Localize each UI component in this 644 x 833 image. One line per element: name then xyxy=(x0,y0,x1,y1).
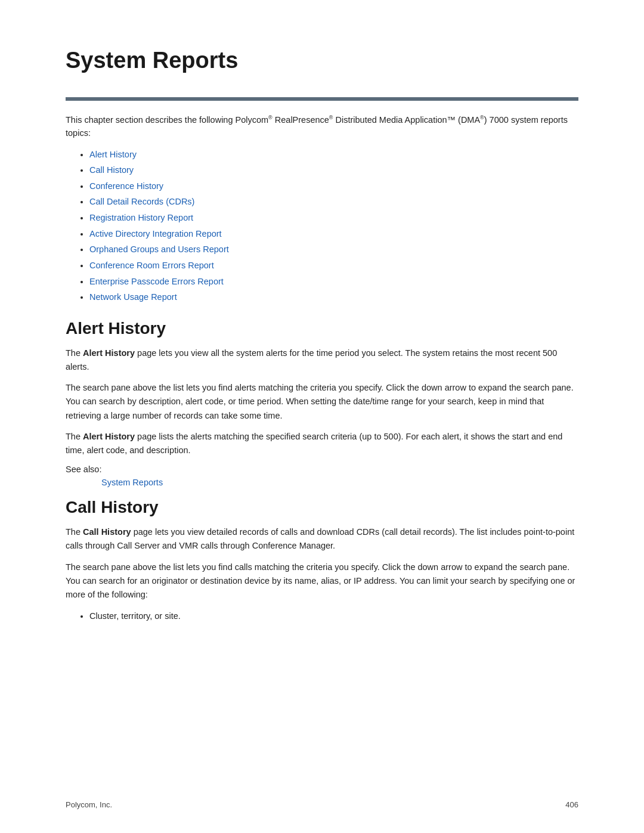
list-item: Call Detail Records (CDRs) xyxy=(89,194,578,209)
footer-page-number: 406 xyxy=(565,800,578,809)
toc-link-orphaned-groups[interactable]: Orphaned Groups and Users Report xyxy=(89,244,229,254)
toc-link-call-history[interactable]: Call History xyxy=(89,165,134,175)
alert-history-para-2: The search pane above the list lets you … xyxy=(66,381,578,423)
toc-link-alert-history[interactable]: Alert History xyxy=(89,150,137,159)
list-item: Alert History xyxy=(89,147,578,162)
see-also-label: See also: xyxy=(66,465,578,474)
list-item: Enterprise Passcode Errors Report xyxy=(89,274,578,289)
page-title: System Reports xyxy=(66,48,578,73)
list-item: Call History xyxy=(89,163,578,178)
list-item: Network Usage Report xyxy=(89,290,578,305)
section-title-call-history: Call History xyxy=(66,498,578,517)
footer-company: Polycom, Inc. xyxy=(66,800,112,809)
see-also-system-reports-link[interactable]: System Reports xyxy=(101,478,578,487)
intro-paragraph: This chapter section describes the follo… xyxy=(66,114,578,140)
toc-link-conference-history[interactable]: Conference History xyxy=(89,181,163,191)
toc-link-active-directory[interactable]: Active Directory Integration Report xyxy=(89,229,222,239)
toc-link-conference-room-errors[interactable]: Conference Room Errors Report xyxy=(89,261,214,270)
toc-list: Alert History Call History Conference Hi… xyxy=(89,147,578,305)
alert-history-para-3: The Alert History page lists the alerts … xyxy=(66,430,578,457)
bullet-cluster-text: Cluster, territory, or site. xyxy=(89,611,181,621)
call-history-para-2: The search pane above the list lets you … xyxy=(66,561,578,602)
toc-link-registration-history[interactable]: Registration History Report xyxy=(89,213,193,222)
header-rule xyxy=(66,97,578,101)
toc-link-network-usage[interactable]: Network Usage Report xyxy=(89,292,177,302)
call-history-bullet-list: Cluster, territory, or site. xyxy=(89,609,578,624)
list-item: Cluster, territory, or site. xyxy=(89,609,578,624)
call-history-para-1: The Call History page lets you view deta… xyxy=(66,525,578,553)
list-item: Orphaned Groups and Users Report xyxy=(89,242,578,257)
list-item: Conference History xyxy=(89,179,578,194)
alert-history-para-1: The Alert History page lets you view all… xyxy=(66,346,578,374)
section-title-alert-history: Alert History xyxy=(66,319,578,338)
list-item: Conference Room Errors Report xyxy=(89,258,578,273)
list-item: Registration History Report xyxy=(89,210,578,225)
list-item: Active Directory Integration Report xyxy=(89,227,578,241)
toc-link-enterprise-passcode[interactable]: Enterprise Passcode Errors Report xyxy=(89,277,224,286)
toc-link-cdrs[interactable]: Call Detail Records (CDRs) xyxy=(89,197,194,206)
page-footer: Polycom, Inc. 406 xyxy=(66,800,578,809)
